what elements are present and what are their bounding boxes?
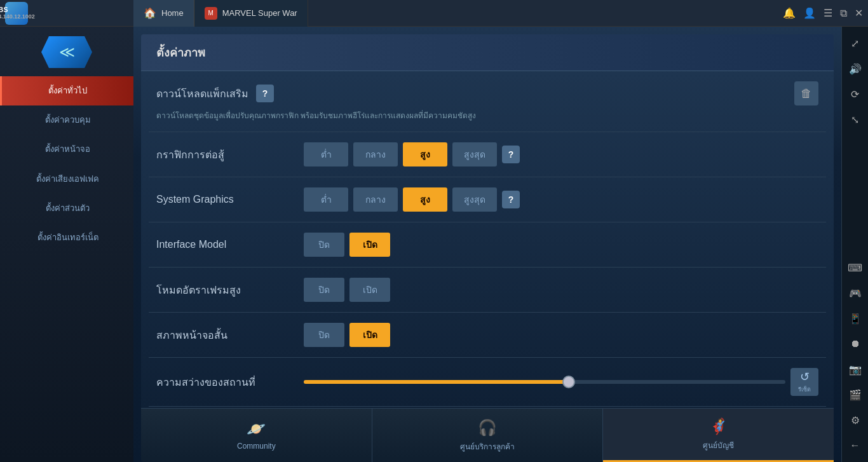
high-framerate-label: โหมดอัตราเฟรมสูง: [156, 282, 296, 298]
menu-icon[interactable]: ☰: [824, 7, 832, 19]
shortscreen-off-button[interactable]: ปิด: [304, 323, 344, 347]
sys-mid-button[interactable]: กลาง: [353, 187, 398, 212]
combat-help-button[interactable]: ?: [502, 146, 520, 163]
download-help-button[interactable]: ?: [256, 85, 274, 102]
high-framerate-row: โหมดอัตราเฟรมสูง ปิด เปิด: [149, 268, 826, 313]
rs-expand-icon[interactable]: ⤢: [844, 32, 867, 55]
rs-keyboard-icon[interactable]: ⌨: [844, 256, 867, 279]
left-sidebar: ≪ ตั้งค่าทั่วไป ตั้งค่าควบคุม ตั้งค่าหน้…: [0, 27, 133, 462]
rs-rotate-icon[interactable]: ⟳: [844, 83, 867, 105]
game-tab-label: MARVEL Super War: [222, 8, 297, 18]
account-icon[interactable]: 👤: [803, 7, 816, 19]
sys-low-button[interactable]: ต่ำ: [304, 187, 348, 212]
support-icon: 🎧: [478, 419, 497, 437]
combat-graphics-label: กราฟิกการต่อสู้: [156, 147, 296, 163]
rs-volume-icon[interactable]: 🔊: [844, 57, 867, 80]
combat-mid-button[interactable]: กลาง: [353, 142, 398, 166]
sidebar-item-audio[interactable]: ตั้งค่าเสียงเอฟเฟค: [0, 165, 133, 194]
notification-icon[interactable]: 🔔: [783, 7, 796, 19]
game-icon: M: [205, 7, 217, 20]
sidebar-item-internet[interactable]: ตั้งค่าอินเทอร์เน็ต: [0, 223, 133, 252]
page-title: ตั้งค่าภาพ: [156, 43, 818, 62]
account-bottom-icon: 🦸: [709, 418, 728, 435]
sys-high-button[interactable]: สูง: [403, 187, 447, 212]
high-framerate-options: ปิด เปิด: [304, 278, 818, 302]
bottom-community[interactable]: 🪐 Community: [141, 409, 372, 462]
short-screen-row: สภาพหน้าจอสั้น ปิด เปิด: [149, 313, 826, 358]
account-label: ศูนย์บัญชี: [703, 439, 734, 451]
brightness-slider-fill: [304, 380, 569, 384]
brightness-row: ความสว่างของสถานที่ ↺ รีเซ็ต: [149, 358, 826, 407]
reset-icon: ↺: [800, 370, 810, 384]
shortscreen-on-button[interactable]: เปิด: [349, 323, 390, 347]
rs-record-icon[interactable]: ⏺: [844, 332, 867, 355]
system-graphics-row: System Graphics ต่ำ กลาง สูง สูงสุด ?: [149, 177, 826, 222]
short-screen-label: สภาพหน้าจอสั้น: [156, 327, 296, 343]
interface-model-label: Interface Model: [156, 239, 296, 250]
download-desc: ดาวน์โหลดชุดข้อมูลเพื่อปรับคุณภาพกราฟิก …: [156, 109, 818, 121]
tab-game[interactable]: M MARVEL Super War: [194, 0, 308, 27]
combat-low-button[interactable]: ต่ำ: [304, 142, 348, 166]
panel-body: ดาวน์โหลดแพ็กเสริม ? 🗑 ดาวน์โหลดชุดข้อมู…: [141, 71, 834, 408]
community-label: Community: [237, 442, 276, 451]
rs-back-icon[interactable]: ←: [844, 434, 867, 457]
combat-high-button[interactable]: สูง: [403, 142, 447, 166]
main-panel: ตั้งค่าภาพ ดาวน์โหลดแพ็กเสริม ? 🗑 ดาวน์โ…: [133, 27, 841, 462]
bluestacks-logo: BS 4.140.12.1002: [5, 2, 28, 25]
combat-graphics-row: กราฟิกการต่อสู้ ต่ำ กลาง สูง สูงสุด ?: [149, 132, 826, 177]
bluestacks-version: 4.140.12.1002: [0, 13, 35, 20]
rs-screenshot-icon[interactable]: 📷: [844, 358, 867, 381]
system-graphics-options: ต่ำ กลาง สูง สูงสุด ?: [304, 187, 818, 212]
framerate-off-button[interactable]: ปิด: [304, 278, 344, 302]
right-sidebar: ⤢ 🔊 ⟳ ⤡ ⌨ 🎮 📱 ⏺ 📷 🎬 ⚙ ←: [841, 27, 868, 462]
rs-video-icon[interactable]: 🎬: [844, 383, 867, 406]
sys-ultra-button[interactable]: สูงสุด: [452, 187, 497, 212]
rs-settings-icon[interactable]: ⚙: [844, 409, 867, 431]
logo-shape: ≪: [41, 36, 92, 68]
title-bar-left: BS 4.140.12.1002: [0, 2, 133, 25]
title-bar-right: 🔔 👤 ☰ ⧉ ✕: [783, 7, 868, 19]
interface-model-row: Interface Model ปิด เปิด: [149, 222, 826, 268]
close-icon[interactable]: ✕: [855, 7, 863, 19]
rs-gamepad-icon[interactable]: 🎮: [844, 282, 867, 304]
home-icon: 🏠: [144, 7, 156, 19]
sidebar-logo: ≪: [35, 33, 98, 71]
interface-on-button[interactable]: เปิด: [349, 233, 390, 257]
brightness-slider-container: [304, 380, 785, 384]
sidebar-item-account[interactable]: ตั้งค่าส่วนตัว: [0, 194, 133, 223]
interface-model-options: ปิด เปิด: [304, 233, 818, 257]
combat-graphics-options: ต่ำ กลาง สูง สูงสุด ?: [304, 142, 818, 166]
framerate-on-button[interactable]: เปิด: [349, 278, 390, 302]
download-top: ดาวน์โหลดแพ็กเสริม ? 🗑: [156, 81, 818, 105]
panel-header: ตั้งค่าภาพ: [141, 34, 834, 71]
sys-help-button[interactable]: ?: [502, 191, 520, 208]
download-trash-button[interactable]: 🗑: [794, 81, 818, 105]
tab-home[interactable]: 🏠 Home: [133, 0, 194, 27]
community-icon: 🪐: [247, 420, 266, 438]
sidebar-item-controls[interactable]: ตั้งค่าควบคุม: [0, 105, 133, 135]
brightness-label: ความสว่างของสถานที่: [156, 374, 296, 390]
bottom-account[interactable]: 🦸 ศูนย์บัญชี: [603, 409, 834, 462]
interface-off-button[interactable]: ปิด: [304, 233, 344, 257]
bottom-support[interactable]: 🎧 ศูนย์บริการลูกค้า: [372, 409, 604, 462]
main-content: ≪ ตั้งค่าทั่วไป ตั้งค่าควบคุม ตั้งค่าหน้…: [0, 27, 868, 462]
download-pack-row: ดาวน์โหลดแพ็กเสริม ? 🗑 ดาวน์โหลดชุดข้อมู…: [149, 71, 826, 132]
combat-ultra-button[interactable]: สูงสุด: [452, 142, 497, 166]
bottom-bar: 🪐 Community 🎧 ศูนย์บริการลูกค้า 🦸 ศูนย์บ…: [141, 408, 834, 462]
brightness-slider-thumb[interactable]: [562, 376, 575, 388]
brightness-reset-button[interactable]: ↺ รีเซ็ต: [790, 368, 818, 396]
reset-label: รีเซ็ต: [798, 385, 811, 394]
system-graphics-label: System Graphics: [156, 194, 296, 205]
sidebar-item-display[interactable]: ตั้งค่าหน้าจอ: [0, 135, 133, 164]
brightness-content: ↺ รีเซ็ต: [304, 368, 818, 396]
restore-icon[interactable]: ⧉: [840, 8, 847, 19]
rs-phone-icon[interactable]: 📱: [844, 307, 867, 330]
short-screen-options: ปิด เปิด: [304, 323, 818, 347]
sidebar-item-general[interactable]: ตั้งค่าทั่วไป: [0, 76, 133, 105]
rs-resize-icon[interactable]: ⤡: [844, 108, 867, 131]
brightness-slider-track: [304, 380, 785, 384]
download-label: ดาวน์โหลดแพ็กเสริม: [156, 86, 248, 102]
support-label: ศูนย์บริการลูกค้า: [460, 440, 515, 452]
title-bar: BS 4.140.12.1002 🏠 Home M MARVEL Super W…: [0, 0, 868, 27]
home-tab-label: Home: [161, 8, 184, 18]
